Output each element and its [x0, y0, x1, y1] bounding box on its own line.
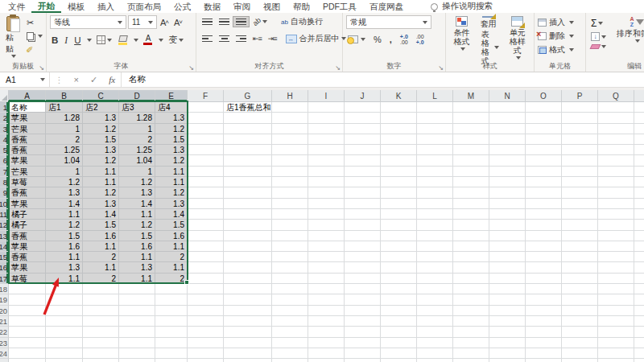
cell-K15[interactable]: [381, 252, 417, 262]
cell-B16[interactable]: 1.3: [46, 262, 83, 273]
cell-F18[interactable]: [188, 284, 224, 294]
cell-P10[interactable]: [562, 199, 598, 209]
cell-P5[interactable]: [562, 145, 598, 155]
cell-G14[interactable]: [224, 241, 272, 252]
cell-E13[interactable]: 1.6: [155, 231, 188, 241]
cell-P2[interactable]: [562, 113, 598, 123]
cell-E15[interactable]: 2: [155, 252, 188, 262]
cell-B11[interactable]: 1.1: [46, 209, 83, 220]
cell-F4[interactable]: [188, 134, 224, 145]
cell-I23[interactable]: [308, 338, 345, 348]
cell-P3[interactable]: [562, 124, 598, 134]
cell-O1[interactable]: [526, 102, 562, 113]
cell-D9[interactable]: 1.3: [119, 187, 155, 198]
cell-L23[interactable]: [417, 338, 453, 348]
cell-L16[interactable]: [417, 262, 453, 273]
cell-end21[interactable]: [634, 316, 644, 327]
cell-F11[interactable]: [188, 209, 224, 220]
cell-B18[interactable]: [46, 284, 83, 294]
cell-D16[interactable]: 1.3: [119, 262, 155, 273]
cell-L1[interactable]: [417, 102, 453, 113]
cell-O23[interactable]: [526, 338, 562, 348]
cell-Q16[interactable]: [598, 262, 634, 273]
cell-B22[interactable]: [46, 327, 83, 337]
cell-P21[interactable]: [562, 316, 598, 327]
cell-Q5[interactable]: [598, 145, 634, 155]
cell-K21[interactable]: [381, 316, 417, 327]
cell-H7[interactable]: [272, 167, 308, 177]
cell-A7[interactable]: 芒果: [9, 167, 46, 177]
cell-A11[interactable]: 橘子: [9, 209, 46, 220]
cell-I13[interactable]: [308, 231, 345, 241]
cell-A5[interactable]: 香蕉: [9, 145, 46, 155]
cell-end3[interactable]: [634, 124, 644, 134]
cell-L13[interactable]: [417, 231, 453, 241]
cell-N1[interactable]: [489, 102, 526, 113]
cell-P16[interactable]: [562, 262, 598, 273]
cell-P13[interactable]: [562, 231, 598, 241]
fill-button[interactable]: ↓: [589, 31, 608, 42]
cell-J2[interactable]: [345, 113, 381, 123]
cell-H12[interactable]: [272, 220, 308, 230]
cancel-button[interactable]: ×: [68, 72, 85, 87]
row-header-25[interactable]: 25: [0, 359, 9, 362]
formula-bar-resizer[interactable]: ⋮: [50, 72, 68, 87]
cell-A4[interactable]: 香蕉: [9, 134, 46, 145]
cell-C15[interactable]: 2: [83, 252, 119, 262]
cell-C14[interactable]: 1.1: [83, 241, 119, 252]
cell-F17[interactable]: [188, 274, 224, 284]
sort-filter-button[interactable]: AZ 排序和筛选: [613, 15, 644, 62]
formula-input[interactable]: 名称: [121, 72, 644, 87]
cell-Q9[interactable]: [598, 187, 634, 198]
cell-Q4[interactable]: [598, 134, 634, 145]
cell-I21[interactable]: [308, 316, 345, 327]
cell-E3[interactable]: 1.2: [155, 124, 188, 134]
cell-C6[interactable]: 1.2: [83, 155, 119, 166]
cell-K18[interactable]: [381, 284, 417, 294]
cell-H8[interactable]: [272, 177, 308, 187]
cell-C3[interactable]: 1.2: [83, 124, 119, 134]
column-header-F[interactable]: F: [188, 90, 224, 102]
cell-D5[interactable]: 1.25: [119, 145, 155, 155]
row-header-14[interactable]: 14: [0, 241, 9, 252]
cell-E24[interactable]: [155, 348, 188, 359]
cell-J12[interactable]: [345, 220, 381, 230]
cell-end19[interactable]: [634, 294, 644, 305]
cell-I10[interactable]: [308, 199, 345, 209]
cell-G5[interactable]: [224, 145, 272, 155]
cell-O17[interactable]: [526, 274, 562, 284]
cell-N13[interactable]: [489, 231, 526, 241]
cell-G24[interactable]: [224, 348, 272, 359]
cell-N25[interactable]: [489, 359, 526, 362]
cell-F23[interactable]: [188, 338, 224, 348]
cell-end10[interactable]: [634, 199, 644, 209]
cell-G3[interactable]: [224, 124, 272, 134]
cell-F15[interactable]: [188, 252, 224, 262]
cell-A15[interactable]: 香蕉: [9, 252, 46, 262]
cell-E19[interactable]: [155, 294, 188, 305]
column-header-end[interactable]: [634, 90, 644, 102]
cell-O2[interactable]: [526, 113, 562, 123]
cell-A23[interactable]: [9, 338, 46, 348]
cell-C9[interactable]: 1.2: [83, 187, 119, 198]
cell-K1[interactable]: [381, 102, 417, 113]
font-color-button[interactable]: A: [142, 35, 154, 45]
cell-F16[interactable]: [188, 262, 224, 273]
cell-I25[interactable]: [308, 359, 345, 362]
cell-G16[interactable]: [224, 262, 272, 273]
cell-H13[interactable]: [272, 231, 308, 241]
align-middle-button[interactable]: [217, 17, 232, 27]
column-header-D[interactable]: D: [119, 90, 155, 102]
underline-button[interactable]: U: [72, 35, 82, 46]
cell-C2[interactable]: 1.3: [83, 113, 119, 123]
row-header-23[interactable]: 23: [0, 338, 9, 348]
cell-M21[interactable]: [453, 316, 489, 327]
insert-cells-button[interactable]: 插入: [538, 17, 584, 28]
percent-style-button[interactable]: %: [372, 34, 383, 45]
cell-I16[interactable]: [308, 262, 345, 273]
cell-J21[interactable]: [345, 316, 381, 327]
increase-decimal-button[interactable]: +.0.00: [398, 33, 410, 46]
tab-审阅[interactable]: 审阅: [227, 0, 257, 13]
cell-B15[interactable]: 1.1: [46, 252, 83, 262]
cell-C12[interactable]: 1.5: [83, 220, 119, 230]
